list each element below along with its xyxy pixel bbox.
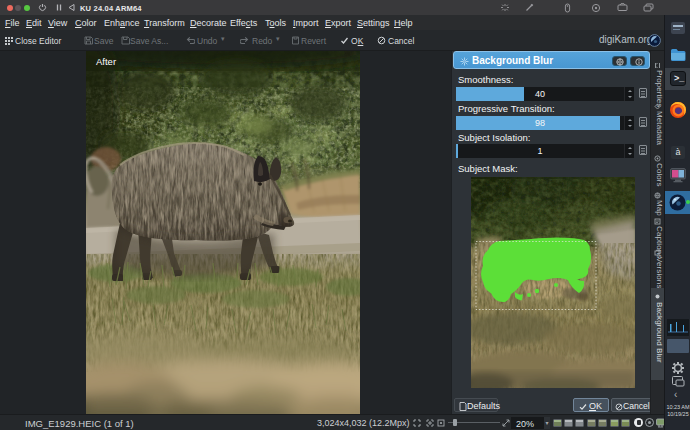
svg-text:After: After <box>96 56 116 67</box>
